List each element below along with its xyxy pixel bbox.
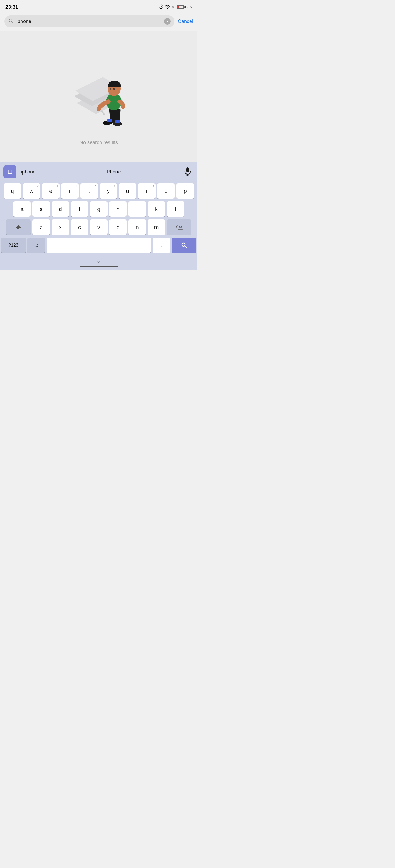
key-p[interactable]: p0 [176,183,194,199]
keyboard-row-2: a s d f g h j k l [1,202,196,217]
suggestion-app-icon: ⊞ [3,165,17,178]
key-k[interactable]: k [147,202,165,217]
no-results-illustration [60,48,137,130]
key-o[interactable]: o9 [157,183,175,199]
key-r[interactable]: r4 [61,183,79,199]
key-i[interactable]: i8 [138,183,156,199]
key-shift[interactable] [6,219,31,235]
key-q[interactable]: q1 [4,183,21,199]
wifi-icon [165,5,170,10]
voice-button[interactable] [181,165,194,178]
home-indicator [80,266,118,268]
key-l[interactable]: l [167,202,184,217]
battery-container: 19% [177,5,192,9]
key-z[interactable]: z [32,219,50,235]
key-w[interactable]: w2 [23,183,40,199]
search-input[interactable] [17,19,161,24]
key-s[interactable]: s [32,202,50,217]
key-space[interactable] [47,238,151,253]
key-period[interactable]: . [152,238,170,253]
keyboard: q1 w2 e3 r4 t5 y6 u7 i8 o9 p0 a s d f g … [0,181,198,256]
keyboard-bottom: ⌄ [0,256,198,270]
bluetooth-icon [159,4,163,10]
key-b[interactable]: b [109,219,127,235]
key-u[interactable]: u7 [119,183,136,199]
keyboard-row-3: z x c v b n m [1,219,196,235]
search-input-wrapper[interactable]: × [4,16,174,27]
svg-rect-9 [107,120,112,122]
status-time: 23:31 [5,4,18,10]
suggestion-divider [101,168,101,176]
suggestion-right[interactable]: iPhone [106,169,181,175]
key-emoji[interactable]: ☺ [27,238,45,253]
no-results-text: No search results [80,140,118,146]
key-search[interactable] [172,238,196,253]
status-icons: ✕ 19% [159,4,192,10]
key-e[interactable]: e3 [42,183,59,199]
search-bar-container: × Cancel [0,13,198,31]
key-f[interactable]: f [71,202,88,217]
key-n[interactable]: n [129,219,146,235]
key-m[interactable]: m [147,219,165,235]
keyboard-suggestions-row: ⊞ iphone iPhone [0,162,198,181]
status-bar: 23:31 ✕ 19% [0,0,198,13]
svg-line-18 [102,111,104,115]
svg-line-1 [12,22,13,23]
svg-line-26 [185,246,187,248]
key-h[interactable]: h [109,202,127,217]
main-content: No search results [0,31,198,162]
key-a[interactable]: a [13,202,31,217]
grid-icon: ⊞ [7,168,12,175]
svg-marker-22 [16,225,21,229]
key-numeric[interactable]: ?123 [1,238,26,253]
battery-fill [177,6,178,8]
clear-button[interactable]: × [164,18,171,25]
search-icon [8,18,14,25]
clear-icon: × [166,20,168,23]
key-g[interactable]: g [90,202,108,217]
key-v[interactable]: v [90,219,108,235]
keyboard-row-4: ?123 ☺ . [1,238,196,253]
cancel-button[interactable]: Cancel [178,19,193,24]
battery-percent: 19% [184,5,192,9]
key-c[interactable]: c [71,219,88,235]
key-j[interactable]: j [129,202,146,217]
collapse-keyboard-button[interactable]: ⌄ [96,257,101,265]
suggestion-left[interactable]: iphone [21,169,96,175]
svg-rect-19 [186,167,189,172]
key-d[interactable]: d [52,202,69,217]
key-delete[interactable] [167,219,192,235]
key-x[interactable]: x [52,219,69,235]
svg-rect-10 [115,120,120,123]
battery-icon [177,5,184,9]
signal-x-icon: ✕ [172,5,175,9]
key-y[interactable]: y6 [100,183,117,199]
keyboard-row-1: q1 w2 e3 r4 t5 y6 u7 i8 o9 p0 [1,183,196,199]
key-t[interactable]: t5 [80,183,98,199]
